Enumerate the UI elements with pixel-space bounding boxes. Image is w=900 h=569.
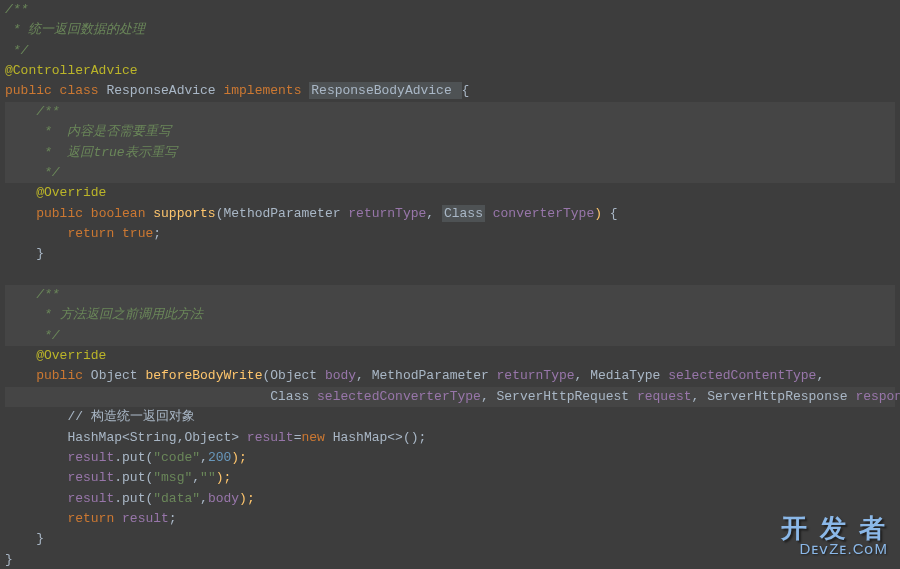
comment: * 返回true表示重写 [5,145,177,160]
comment-slash: // [5,409,91,424]
brace: { [462,83,470,98]
var: result [122,511,169,526]
keyword: class [60,83,107,98]
method: beforeBodyWrite [145,368,262,383]
var: result [67,491,114,506]
pad [5,470,67,485]
annotation: @Override [5,348,106,363]
type: HashMap<>(); [333,430,427,445]
type: Object [91,368,146,383]
comma: , [356,368,372,383]
type: MethodParameter [372,368,497,383]
class-name: ResponseAdvice [106,83,223,98]
call: .put( [114,450,153,465]
comma: , [692,389,708,404]
string: "data" [153,491,200,506]
keyword: new [301,430,332,445]
comment: 构造统一返回对象 [91,409,195,424]
call: .put( [114,470,153,485]
comment: /** [5,104,60,119]
string: "msg" [153,470,192,485]
comment: /** [5,2,28,17]
comment: */ [5,328,60,343]
type: Object [270,368,325,383]
comma: , [200,491,208,506]
comma: , [426,206,442,221]
comment: /** [5,287,60,302]
comment: * 统一返回数据的处理 [5,22,145,37]
brace: } [5,246,44,261]
semicolon: ; [169,511,177,526]
comment: */ [5,43,28,58]
paren: ) [594,206,602,221]
keyword: public [5,83,60,98]
comment: */ [5,165,60,180]
comment: * 内容是否需要重写 [5,124,171,139]
type: MediaType [590,368,668,383]
var: result [67,450,114,465]
param: converterType [493,206,594,221]
code-editor[interactable]: /** * 统一返回数据的处理 */ @ControllerAdvice pub… [0,0,900,569]
brace: { [602,206,618,221]
param: response [855,389,900,404]
comma: , [816,368,824,383]
keyword: public [5,206,91,221]
keyword: return [5,511,122,526]
type: ServerHttpRequest [497,389,637,404]
interface-name: ResponseBodyAdvice [309,82,461,99]
paren: ); [231,450,247,465]
var: result [247,430,294,445]
type: MethodParameter [223,206,348,221]
keyword: true [122,226,153,241]
string: "" [200,470,216,485]
number: 200 [208,450,231,465]
pad [5,389,270,404]
param: returnType [348,206,426,221]
keyword: public [5,368,91,383]
param: selectedConverterType [317,389,481,404]
annotation: @ControllerAdvice [5,63,138,78]
param: request [637,389,692,404]
type: Class [270,389,317,404]
pad [5,450,67,465]
paren: ); [216,470,232,485]
param: returnType [497,368,575,383]
string: "code" [153,450,200,465]
comma: , [575,368,591,383]
brace: } [5,552,13,567]
paren: ); [239,491,255,506]
annotation: @Override [5,185,106,200]
var: body [208,491,239,506]
comment: * 方法返回之前调用此方法 [5,307,203,322]
call: .put( [114,491,153,506]
keyword: return [5,226,122,241]
pad [5,491,67,506]
comma: , [481,389,497,404]
var: result [67,470,114,485]
brace: } [5,531,44,546]
keyword: implements [223,83,309,98]
type: HashMap<String,Object> [5,430,247,445]
keyword: boolean [91,206,153,221]
comma: , [192,470,200,485]
type: ServerHttpResponse [707,389,855,404]
param: body [325,368,356,383]
type: Class [442,205,485,222]
comma: , [200,450,208,465]
space [485,206,493,221]
param: selectedContentType [668,368,816,383]
method: supports [153,206,215,221]
semicolon: ; [153,226,161,241]
